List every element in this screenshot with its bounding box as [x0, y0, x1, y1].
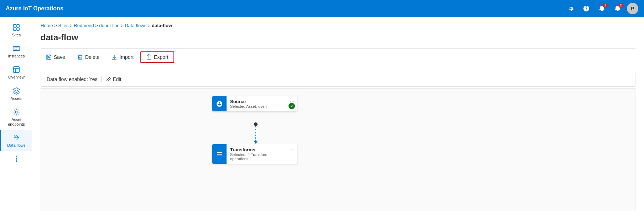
svg-point-8 [16, 158, 17, 160]
breadcrumb-home[interactable]: Home [41, 23, 53, 28]
save-icon [46, 54, 52, 60]
app-title: Azure IoT Operations [6, 5, 63, 12]
export-label: Export [154, 54, 168, 60]
save-button[interactable]: Save [41, 52, 71, 62]
source-node-body: Source Selected Asset: oven [227, 96, 287, 111]
assets-icon [12, 87, 20, 95]
edit-label: Edit [113, 76, 121, 82]
sidebar-item-assets[interactable]: Assets [0, 84, 32, 105]
connector-dot [254, 122, 258, 126]
breadcrumb-donut-line[interactable]: donut-line [99, 23, 120, 28]
sidebar-item-data-flows[interactable]: Data flows [0, 130, 32, 151]
alerts-badge-1: 1 [603, 3, 608, 8]
transforms-node-icon [212, 144, 227, 164]
source-node-title: Source [230, 99, 284, 104]
page-title: data-flow [41, 32, 635, 42]
user-avatar[interactable]: P [627, 3, 638, 14]
breadcrumb-redmond[interactable]: Redmond [74, 23, 94, 28]
breadcrumb-sites[interactable]: Sites [58, 23, 69, 28]
sidebar-item-more[interactable] [0, 151, 32, 166]
connector-arrow [254, 141, 258, 144]
more-icon [12, 155, 20, 163]
top-navigation: Azure IoT Operations 1 2 P [0, 0, 644, 17]
edit-icon [106, 77, 111, 82]
svg-rect-1 [17, 25, 19, 27]
import-button[interactable]: Import [106, 52, 139, 62]
edit-button[interactable]: Edit [106, 76, 121, 82]
transforms-node-subtitle: Selected: 4 Transform operations [230, 152, 284, 161]
import-icon [111, 54, 117, 60]
sidebar-item-assets-label: Assets [10, 96, 22, 101]
svg-rect-2 [14, 28, 16, 30]
top-nav-actions: 1 2 P [564, 2, 638, 15]
export-button[interactable]: Export [140, 51, 174, 63]
breadcrumb-current: data-flow [152, 23, 172, 28]
connector-line [255, 126, 256, 141]
app-body: Sites Instances Overview Assets Asset en… [0, 17, 644, 217]
transforms-node-body: Transforms Selected: 4 Transform operati… [227, 144, 287, 164]
main-content: Home > Sites > Redmond > donut-line > Da… [32, 17, 644, 217]
svg-rect-3 [17, 28, 19, 30]
flow-canvas: Source Selected Asset: oven ⋯ ✓ [41, 88, 635, 211]
data-flows-icon [12, 134, 20, 142]
sites-icon [12, 24, 20, 31]
source-node-icon [212, 96, 227, 111]
sidebar-item-asset-endpoints[interactable]: Asset endpoints [0, 105, 32, 130]
svg-rect-10 [48, 57, 50, 59]
svg-rect-0 [14, 25, 16, 27]
settings-button[interactable] [564, 2, 577, 15]
source-node-status: ✓ [289, 103, 295, 109]
instances-icon [12, 45, 20, 52]
help-button[interactable] [580, 2, 593, 15]
alerts-badge-2: 2 [618, 3, 623, 8]
alerts-button-1[interactable]: 1 [596, 2, 608, 15]
source-node[interactable]: Source Selected Asset: oven ⋯ ✓ [212, 96, 297, 112]
sidebar-item-data-flows-label: Data flows [7, 143, 25, 148]
delete-label: Delete [85, 54, 99, 60]
sidebar-item-overview-label: Overview [8, 75, 25, 80]
status-bar: Data flow enabled: Yes Edit [41, 72, 635, 87]
alerts-button-2[interactable]: 2 [611, 2, 624, 15]
content-area: Home > Sites > Redmond > donut-line > Da… [32, 17, 644, 217]
svg-point-7 [16, 156, 17, 157]
svg-point-9 [16, 161, 17, 162]
transforms-node-menu[interactable]: ⋯ [287, 144, 297, 164]
sidebar-item-sites-label: Sites [12, 33, 21, 37]
svg-rect-5 [14, 67, 20, 73]
data-flow-enabled-status: Data flow enabled: Yes [47, 76, 97, 82]
toolbar: Save Delete Import Export [41, 48, 635, 66]
svg-rect-11 [47, 55, 49, 56]
save-label: Save [54, 54, 65, 60]
delete-button[interactable]: Delete [72, 52, 105, 62]
import-label: Import [119, 54, 134, 60]
overview-icon [12, 66, 20, 74]
sidebar-item-asset-endpoints-label: Asset endpoints [2, 117, 30, 127]
connector-1 [254, 122, 258, 144]
sidebar-item-instances[interactable]: Instances [0, 41, 32, 62]
sidebar-item-instances-label: Instances [8, 54, 25, 59]
asset-endpoints-icon [12, 108, 20, 116]
sidebar: Sites Instances Overview Assets Asset en… [0, 17, 32, 217]
transforms-node-title: Transforms [230, 147, 284, 152]
source-node-subtitle: Selected Asset: oven [230, 104, 284, 108]
sidebar-item-overview[interactable]: Overview [0, 62, 32, 83]
breadcrumb-data-flows[interactable]: Data flows [125, 23, 146, 28]
delete-icon [77, 54, 83, 60]
svg-point-6 [15, 111, 17, 113]
sidebar-item-sites[interactable]: Sites [0, 20, 32, 41]
breadcrumb: Home > Sites > Redmond > donut-line > Da… [41, 23, 635, 28]
transforms-node[interactable]: Transforms Selected: 4 Transform operati… [212, 144, 297, 164]
svg-rect-4 [13, 47, 20, 51]
status-divider [102, 76, 102, 82]
export-icon [146, 54, 152, 60]
